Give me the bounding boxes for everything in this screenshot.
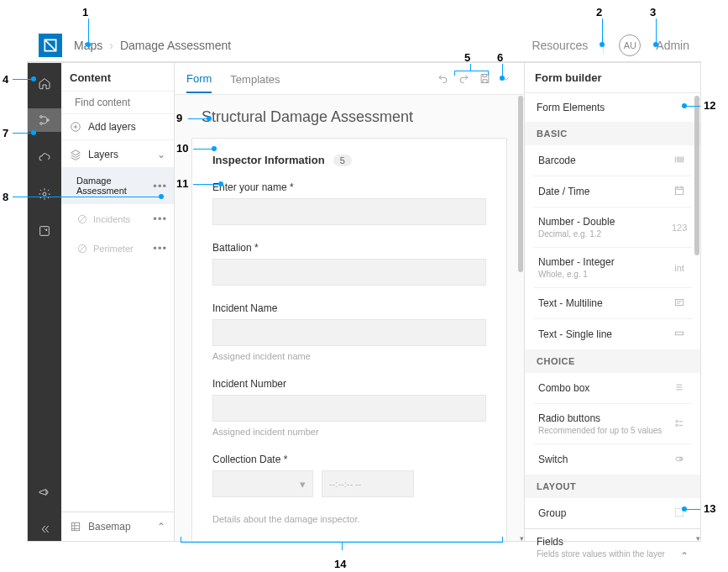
- layer-item-perimeter[interactable]: Perimeter •••: [61, 234, 174, 263]
- chevron-up-icon: ⌃: [680, 550, 689, 562]
- header-divider: [603, 37, 604, 54]
- field-input-name[interactable]: [212, 198, 486, 225]
- breadcrumb-root[interactable]: Maps: [74, 39, 102, 52]
- app-logo[interactable]: [39, 34, 62, 57]
- layers-icon: [70, 149, 81, 160]
- element-double[interactable]: Number - DoubleDecimal, e.g. 1.2 123: [533, 207, 692, 248]
- form-title: Structural Damage Assessment: [202, 108, 507, 126]
- builder-scrollbar[interactable]: ▴ ▾: [694, 95, 700, 541]
- group-basic: BASIC: [525, 122, 700, 145]
- disabled-icon: [76, 243, 88, 255]
- disabled-icon: [76, 213, 88, 225]
- rail-content[interactable]: [28, 108, 61, 132]
- form-canvas: Form Templates Structural Damage Assessm…: [175, 63, 524, 541]
- callout-3: 3: [650, 5, 656, 18]
- layer-item-damage-assessment[interactable]: Damage Assessment •••: [61, 167, 174, 204]
- element-switch[interactable]: Switch: [533, 444, 692, 475]
- svg-point-14: [676, 424, 678, 426]
- app-header: Maps › Damage Assessment Resources AU Ad…: [27, 29, 701, 62]
- section-title: Inspector Information: [212, 154, 325, 166]
- plus-circle-icon: [70, 121, 81, 133]
- section-caption: Details about the damage inspector.: [212, 514, 486, 524]
- nav-rail: [28, 63, 61, 541]
- section-count-badge: 5: [333, 155, 352, 166]
- basemap-button[interactable]: Basemap ⌃: [61, 512, 174, 541]
- rail-share[interactable]: [28, 219, 61, 243]
- save-menu-button[interactable]: [500, 72, 512, 85]
- chevron-up-icon: ⌃: [157, 521, 165, 533]
- svg-rect-10: [675, 187, 683, 195]
- field-label-colldate: Collection Date *: [212, 454, 486, 465]
- calendar-icon: [672, 185, 687, 198]
- rail-settings[interactable]: [28, 182, 61, 206]
- field-hint-incnum: Assigned incident number: [212, 427, 486, 437]
- chevron-right-icon: ›: [109, 39, 113, 52]
- layer-item-incidents[interactable]: Incidents •••: [61, 204, 174, 234]
- undo-button[interactable]: [437, 72, 449, 85]
- tab-templates[interactable]: Templates: [230, 65, 280, 92]
- field-label-battalion: Battalion *: [212, 242, 486, 254]
- element-datetime[interactable]: Date / Time: [533, 176, 692, 207]
- field-label-incnum: Incident Number: [212, 378, 486, 390]
- builder-elements-header[interactable]: Form Elements ⌃: [525, 93, 700, 122]
- field-time-colldate[interactable]: --:--:-- --: [322, 470, 414, 497]
- number-icon: 123: [672, 223, 687, 233]
- save-button[interactable]: [479, 72, 491, 85]
- form-builder-panel: Form builder Form Elements ⌃ BASIC Barco…: [524, 63, 700, 541]
- field-input-incname[interactable]: [212, 319, 486, 346]
- element-combo[interactable]: Combo box: [533, 373, 692, 404]
- avatar[interactable]: AU: [619, 34, 641, 56]
- svg-rect-12: [675, 332, 683, 335]
- textfield-icon: [672, 328, 687, 341]
- element-group[interactable]: Group: [533, 498, 692, 528]
- callout-1: 1: [82, 5, 88, 18]
- element-barcode[interactable]: Barcode: [533, 145, 692, 176]
- breadcrumb: Maps › Damage Assessment: [74, 39, 231, 52]
- barcode-icon: [672, 154, 687, 167]
- tab-form[interactable]: Form: [186, 64, 212, 93]
- rail-home[interactable]: [28, 71, 61, 95]
- content-panel: Content Add layers Layers ⌄ Damage Asses…: [61, 63, 175, 541]
- content-title: Content: [61, 63, 174, 91]
- builder-fields-section[interactable]: Fields Fields store values within the la…: [525, 528, 700, 570]
- svg-point-0: [40, 116, 43, 118]
- field-select-colldate[interactable]: ▾: [212, 470, 313, 497]
- callout-14-brace: [181, 542, 503, 554]
- group-choice: CHOICE: [525, 349, 700, 373]
- element-radio[interactable]: Radio buttonsRecommended for up to 5 val…: [533, 404, 692, 444]
- rail-collapse[interactable]: [28, 517, 61, 541]
- add-layers-button[interactable]: Add layers: [61, 113, 174, 139]
- resources-link[interactable]: Resources: [532, 39, 588, 52]
- rail-announce[interactable]: [28, 480, 61, 504]
- admin-link[interactable]: Admin: [656, 39, 689, 52]
- svg-point-13: [676, 420, 678, 422]
- textarea-icon: [672, 296, 687, 310]
- triangle-down-icon: ▾: [300, 478, 306, 491]
- redo-button[interactable]: [458, 72, 470, 85]
- callout-4: 4: [3, 72, 8, 86]
- canvas-scrollbar[interactable]: ▴ ▾: [517, 95, 524, 541]
- rail-cloud[interactable]: [28, 145, 61, 169]
- svg-rect-17: [675, 508, 683, 516]
- element-integer[interactable]: Number - IntegerWhole, e.g. 1 int: [533, 248, 692, 288]
- layer-options-icon[interactable]: •••: [153, 213, 167, 225]
- group-icon: [672, 506, 687, 520]
- svg-rect-4: [40, 227, 50, 236]
- field-input-battalion[interactable]: [212, 259, 486, 286]
- element-singleline[interactable]: Text - Single line: [533, 319, 692, 349]
- radio-icon: [672, 417, 687, 431]
- callout-13: 13: [704, 501, 715, 515]
- field-input-incnum[interactable]: [212, 395, 486, 422]
- element-multiline[interactable]: Text - Multiline: [533, 288, 692, 319]
- search-input[interactable]: [75, 97, 175, 108]
- form-section-inspector: Inspector Information 5 Enter your name …: [191, 138, 507, 541]
- callout-12: 12: [704, 98, 715, 112]
- layer-options-icon[interactable]: •••: [153, 242, 167, 255]
- layer-options-icon[interactable]: •••: [153, 180, 167, 192]
- group-layout: LAYOUT: [525, 475, 700, 498]
- svg-point-1: [40, 123, 43, 125]
- field-label-name: Enter your name *: [212, 181, 486, 193]
- layers-header[interactable]: Layers ⌄: [61, 139, 174, 167]
- field-hint-incname: Assigned incident name: [212, 351, 486, 361]
- integer-icon: int: [672, 263, 687, 273]
